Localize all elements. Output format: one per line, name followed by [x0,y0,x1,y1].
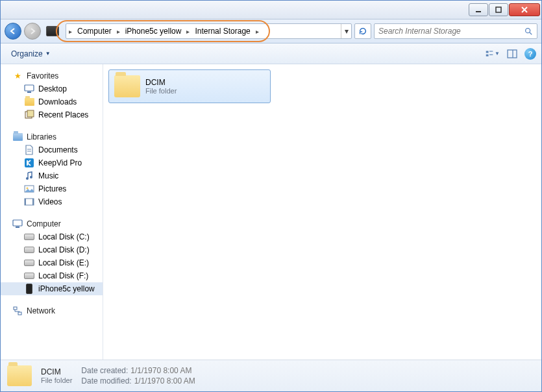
svg-rect-28 [14,307,17,310]
date-created-value: 1/1/1970 8:00 AM [130,366,191,375]
svg-rect-26 [13,220,22,226]
sidebar-item-label: iPhone5c yellow [38,284,95,293]
chevron-right-icon[interactable]: ▸ [253,28,262,35]
sidebar-item-label: Pictures [38,184,66,193]
favorites-label: Favorites [27,71,58,80]
svg-line-5 [530,32,532,35]
folder-text: DCIM File folder [145,78,177,95]
disk-icon [24,232,34,242]
sidebar-item-label: Downloads [38,97,77,106]
search-box[interactable] [374,23,537,39]
chevron-right-icon[interactable]: ▸ [114,28,123,35]
view-options-button[interactable]: ▼ [486,47,500,60]
disk-icon [24,271,34,281]
svg-point-4 [526,29,530,33]
chevron-right-icon[interactable]: ▸ [66,28,75,35]
computer-label: Computer [27,219,61,228]
network-label: Network [27,306,55,315]
preview-pane-button[interactable] [505,47,519,60]
address-dropdown[interactable]: ▾ [341,24,351,38]
disk-icon [24,258,34,268]
sidebar-item-iphone[interactable]: iPhone5c yellow [1,282,103,295]
sidebar-item-label: Music [38,171,58,180]
window-controls [469,3,540,16]
svg-rect-6 [486,51,489,53]
title-bar [1,1,541,19]
sidebar-item-label: Local Disk (C:) [38,232,90,241]
address-bar[interactable]: ▸ Computer ▸ iPhone5c yellow ▸ Internal … [66,23,352,39]
svg-rect-8 [486,54,489,56]
back-button[interactable] [5,23,21,40]
sidebar-item-desktop[interactable]: Desktop [1,82,103,95]
close-button[interactable] [509,3,540,16]
sidebar-item-recent-places[interactable]: Recent Places [1,108,103,121]
help-button[interactable]: ? [524,48,536,60]
svg-point-19 [26,177,29,180]
breadcrumb-computer[interactable]: Computer [75,27,114,36]
folder-name: DCIM [145,78,177,87]
sidebar-item-keepvid[interactable]: KeepVid Pro [1,156,103,169]
date-modified-value: 1/1/1970 8:00 AM [134,376,195,386]
svg-rect-9 [489,54,493,55]
maximize-button[interactable] [489,3,508,16]
network-header[interactable]: Network [1,304,103,317]
sidebar-item-label: Local Disk (E:) [38,258,89,267]
svg-rect-25 [32,199,34,205]
chevron-right-icon[interactable]: ▸ [184,28,192,35]
sidebar-item-documents[interactable]: Documents [1,143,103,156]
minimize-button[interactable] [469,3,488,16]
computer-header[interactable]: Computer [1,217,103,230]
svg-point-20 [30,176,32,178]
organize-label: Organize [11,49,43,58]
network-group: Network [1,304,103,317]
pictures-icon [24,184,34,194]
svg-rect-27 [16,227,19,228]
libraries-label: Libraries [27,132,56,141]
svg-rect-24 [25,199,26,205]
body: ★ Favorites Desktop Downloads Recent Pla… [1,64,541,360]
sidebar-item-label: Local Disk (F:) [38,271,88,280]
network-icon [12,306,23,316]
breadcrumb-iphone[interactable]: iPhone5c yellow [123,27,184,36]
sidebar-item-pictures[interactable]: Pictures [1,182,103,195]
phone-icon [24,284,34,294]
sidebar-item-label: Desktop [38,84,67,93]
organize-button[interactable]: Organize ▼ [6,47,56,60]
svg-rect-18 [25,158,34,167]
status-name: DCIM [41,367,72,376]
forward-button[interactable] [24,23,41,40]
svg-rect-1 [496,7,501,12]
favorites-header[interactable]: ★ Favorites [1,69,103,82]
details-pane: DCIM File folder Date created:1/1/1970 8… [1,360,541,391]
content-pane[interactable]: DCIM File folder [103,64,541,360]
sidebar-item-videos[interactable]: Videos [1,195,103,208]
sidebar-item-downloads[interactable]: Downloads [1,95,103,108]
videos-icon [24,197,34,207]
music-icon [24,171,34,181]
svg-rect-12 [25,85,34,91]
sidebar-item-disk-e[interactable]: Local Disk (E:) [1,256,103,269]
favorites-group: ★ Favorites Desktop Downloads Recent Pla… [1,69,103,121]
navigation-pane: ★ Favorites Desktop Downloads Recent Pla… [1,64,103,360]
computer-icon [12,219,23,229]
breadcrumb-internal-storage[interactable]: Internal Storage [192,27,253,36]
libraries-header[interactable]: Libraries [1,130,103,143]
sidebar-item-label: Recent Places [38,110,88,119]
sidebar-item-disk-c[interactable]: Local Disk (C:) [1,230,103,243]
svg-point-22 [27,188,29,190]
star-icon: ★ [12,71,23,81]
refresh-button[interactable] [354,23,371,39]
folder-type: File folder [145,87,177,95]
sidebar-item-music[interactable]: Music [1,169,103,182]
sidebar-item-label: KeepVid Pro [38,158,82,167]
search-input[interactable] [378,27,524,36]
svg-rect-10 [508,50,517,58]
svg-rect-29 [18,312,21,315]
disk-icon [24,245,34,255]
sidebar-item-disk-f[interactable]: Local Disk (F:) [1,269,103,282]
keepvid-icon [24,158,34,168]
svg-rect-13 [27,92,31,93]
sidebar-item-disk-d[interactable]: Local Disk (D:) [1,243,103,256]
folder-icon [114,75,140,97]
folder-item-dcim[interactable]: DCIM File folder [108,69,271,103]
